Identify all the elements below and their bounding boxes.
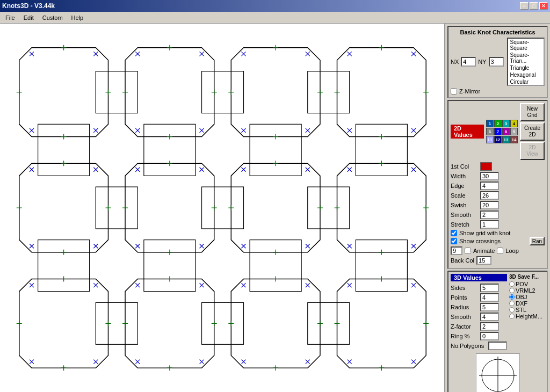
preview-area <box>451 353 545 392</box>
basic-knot-section: Basic Knot Characteristics NX NY Square-… <box>447 26 548 98</box>
close-button[interactable]: ✕ <box>539 2 548 10</box>
stl-radio[interactable] <box>509 307 515 313</box>
heightm-radio[interactable] <box>509 314 515 319</box>
points-input[interactable] <box>480 293 499 302</box>
show-grid-checkbox[interactable] <box>451 230 457 236</box>
pov-label: POV <box>516 281 528 287</box>
edge-input[interactable] <box>480 182 499 190</box>
points-label: Points <box>451 294 480 301</box>
color-btn-13[interactable]: 13 <box>502 136 510 143</box>
width-input[interactable] <box>480 172 499 180</box>
backcol-label: Back Col <box>451 257 474 264</box>
stretch-row: Stretch <box>451 220 545 229</box>
twod-values-section: 2D Values 1 2 3 4 6 7 8 9 <box>447 100 548 269</box>
show-crossings-checkbox[interactable] <box>451 238 457 244</box>
color-btn-3[interactable]: 3 <box>502 120 510 127</box>
knot-type-hex[interactable]: Hexagonal <box>508 71 544 78</box>
animate-row: Animate Loop <box>451 246 545 255</box>
animate-label: Animate <box>473 248 495 254</box>
heightm-label: HeightM... <box>516 313 542 320</box>
color-btn-14[interactable]: 14 <box>510 136 518 143</box>
nx-input[interactable] <box>461 57 476 67</box>
color-grid: 1 2 3 4 6 7 8 9 11 12 13 <box>486 120 518 143</box>
knot-type-tri[interactable]: Triangle <box>508 64 544 71</box>
knot-canvas[interactable] <box>0 24 445 392</box>
minimize-button[interactable]: − <box>520 2 529 10</box>
zfactor-label: Z-factor <box>451 323 480 330</box>
random-button[interactable]: Ran <box>530 237 545 245</box>
loop-label: Loop <box>505 248 518 254</box>
knot-type-oct[interactable]: Octagonal <box>508 85 544 86</box>
animate-value-input[interactable] <box>451 246 462 255</box>
width-label: Width <box>451 173 480 179</box>
sides-input[interactable] <box>480 284 499 292</box>
title-bar-buttons: − □ ✕ <box>520 2 548 10</box>
stl-row: STL <box>509 307 542 313</box>
knot-type-circ[interactable]: Circular <box>508 78 544 85</box>
color-btn-7[interactable]: 7 <box>494 128 502 135</box>
swish-input[interactable] <box>480 201 499 209</box>
show-grid-label: Show grid with knot <box>459 230 510 236</box>
zfactor-input[interactable] <box>480 322 499 331</box>
knot-type-sq-tri[interactable]: Square-Trian... <box>508 52 544 64</box>
show-crossings-label: Show crossings <box>459 238 501 244</box>
smooth-3d-input[interactable] <box>480 313 499 321</box>
new-grid-button[interactable]: NewGrid <box>520 103 545 121</box>
zmirror-checkbox[interactable] <box>451 88 457 95</box>
radius-row: Radius <box>451 303 507 311</box>
vrml2-radio[interactable] <box>509 288 515 293</box>
width-row: Width <box>451 172 545 180</box>
menu-edit[interactable]: Edit <box>19 13 38 22</box>
preview-canvas <box>476 353 520 392</box>
points-row: Points <box>451 293 507 302</box>
stretch-label: Stretch <box>451 221 480 228</box>
sides-row: Sides <box>451 284 507 292</box>
menu-file[interactable]: File <box>1 13 19 22</box>
maximize-button[interactable]: □ <box>530 2 538 10</box>
threed-values-section: 3D Values Sides Points Radius <box>447 271 548 392</box>
animate-checkbox[interactable] <box>465 248 471 254</box>
save-format-section: 3D Save F... POV VRML2 OBJ <box>509 274 542 351</box>
ring-pct-input[interactable] <box>480 332 499 340</box>
ny-input[interactable] <box>489 57 504 67</box>
smooth-3d-row: Smooth <box>451 313 507 321</box>
radius-input[interactable] <box>480 303 499 311</box>
edge-row: Edge <box>451 182 545 190</box>
backcol-input[interactable] <box>476 256 491 265</box>
zmirror-row: Z-Mirror <box>451 88 545 95</box>
knot-type-sq-sq[interactable]: Square-Square <box>508 39 544 52</box>
no-polygons-input[interactable] <box>488 342 507 350</box>
menu-bar: File Edit Custom Help <box>0 12 550 24</box>
color-btn-12[interactable]: 12 <box>494 136 502 143</box>
obj-radio[interactable] <box>509 294 515 300</box>
color-btn-8[interactable]: 8 <box>502 128 510 135</box>
menu-help[interactable]: Help <box>67 13 88 22</box>
scale-row: Scale <box>451 191 545 200</box>
color-btn-4[interactable]: 4 <box>510 120 518 127</box>
knot-type-listbox[interactable]: Square-Square Square-Trian... Triangle H… <box>507 38 545 86</box>
dxf-radio[interactable] <box>509 301 515 306</box>
menu-custom[interactable]: Custom <box>38 13 67 22</box>
loop-checkbox[interactable] <box>497 248 503 254</box>
color-btn-2[interactable]: 2 <box>494 120 502 127</box>
show-grid-row: Show grid with knot <box>451 230 545 236</box>
smooth-2d-row: Smooth <box>451 210 545 219</box>
color-btn-9[interactable]: 9 <box>510 128 518 135</box>
smooth-2d-input[interactable] <box>480 210 499 219</box>
ring-pct-label: Ring % <box>451 333 480 339</box>
color-btn-6[interactable]: 6 <box>486 128 494 135</box>
threed-fields: 3D Values Sides Points Radius <box>451 274 507 351</box>
first-col-color[interactable] <box>480 162 492 171</box>
dxf-row: DXF <box>509 300 542 307</box>
color-btn-1[interactable]: 1 <box>486 120 494 127</box>
pov-row: POV <box>509 281 542 287</box>
stl-label: STL <box>516 307 526 313</box>
create-2d-button[interactable]: Create2D <box>520 122 545 141</box>
dxf-label: DXF <box>516 300 527 307</box>
color-btn-11[interactable]: 11 <box>486 136 494 143</box>
view-2d-button[interactable]: 2DView <box>520 142 545 160</box>
stretch-input[interactable] <box>480 220 499 229</box>
pov-radio[interactable] <box>509 281 515 287</box>
obj-label: OBJ <box>516 294 527 300</box>
scale-input[interactable] <box>480 191 499 200</box>
